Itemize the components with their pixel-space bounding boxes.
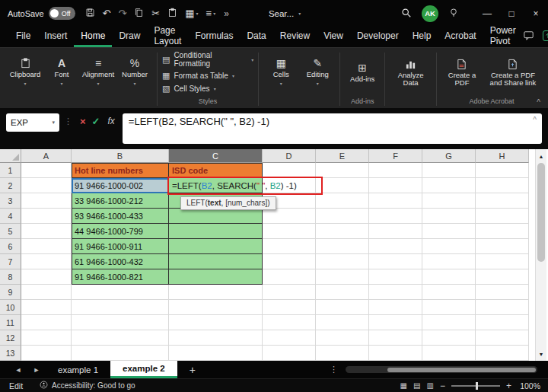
cell-E7[interactable] bbox=[316, 254, 369, 269]
sheet-tab-example-2[interactable]: example 2 bbox=[110, 361, 177, 378]
cell-B10[interactable] bbox=[72, 300, 169, 315]
horizontal-scrollbar[interactable] bbox=[346, 366, 537, 373]
cell-G7[interactable] bbox=[422, 254, 476, 269]
cell-G4[interactable] bbox=[422, 209, 476, 224]
cell-E12[interactable] bbox=[316, 330, 369, 346]
cell-A4[interactable] bbox=[21, 209, 72, 224]
menu-tab-home[interactable]: Home bbox=[74, 27, 112, 47]
cancel-button[interactable]: × bbox=[77, 116, 89, 127]
row-header-11[interactable]: 11 bbox=[0, 315, 21, 330]
cell-D6[interactable] bbox=[263, 239, 316, 254]
normal-view-button[interactable]: ▦ bbox=[400, 381, 407, 390]
c2-formula-text[interactable]: =LEFT(B2, SEARCH(" ", B2) -1) bbox=[169, 178, 297, 193]
row-header-10[interactable]: 10 bbox=[0, 300, 21, 315]
cell-B3[interactable]: 33 9466-1000-212 bbox=[72, 193, 169, 209]
zoom-level[interactable]: 100% bbox=[518, 381, 540, 390]
conditional-formatting-button[interactable]: ▤ Conditional Formatting ▾ bbox=[162, 51, 253, 68]
column-header-G[interactable]: G bbox=[422, 149, 476, 163]
cell-A1[interactable] bbox=[21, 163, 72, 178]
cell-E8[interactable] bbox=[316, 269, 369, 285]
cell-F9[interactable] bbox=[369, 285, 422, 300]
formula-input[interactable]: =LEFT(B2, SEARCH(" ", B2) -1) ^ bbox=[123, 113, 542, 144]
cell-H1[interactable] bbox=[476, 163, 529, 178]
row-header-7[interactable]: 7 bbox=[0, 254, 21, 269]
list-quick-button[interactable]: ≡▾ bbox=[202, 0, 220, 27]
sheet-tab-example-1[interactable]: example 1 bbox=[46, 361, 110, 378]
cell-G11[interactable] bbox=[422, 315, 476, 330]
select-all-corner[interactable] bbox=[0, 149, 21, 163]
menu-tab-acrobat[interactable]: Acrobat bbox=[438, 27, 483, 47]
comments-icon[interactable] bbox=[523, 30, 534, 44]
accessibility-status[interactable]: Accessibility: Good to go bbox=[40, 381, 135, 390]
cell-C10[interactable] bbox=[169, 300, 263, 315]
menu-tab-draw[interactable]: Draw bbox=[112, 27, 147, 47]
cell-H6[interactable] bbox=[476, 239, 529, 254]
menu-tab-view[interactable]: View bbox=[317, 27, 350, 47]
cell-H12[interactable] bbox=[476, 330, 529, 346]
cell-D1[interactable] bbox=[263, 163, 316, 178]
cell-H3[interactable] bbox=[476, 193, 529, 209]
cell-F2[interactable] bbox=[369, 178, 422, 193]
formulabar-collapse-icon[interactable]: ^ bbox=[533, 116, 537, 124]
zoom-in-button[interactable]: + bbox=[506, 381, 511, 391]
cell-C5[interactable] bbox=[169, 224, 263, 239]
cell-E6[interactable] bbox=[316, 239, 369, 254]
quick-access-overflow[interactable]: » bbox=[219, 8, 234, 19]
new-sheet-button[interactable]: + bbox=[190, 361, 196, 378]
search-icon[interactable] bbox=[401, 8, 412, 20]
cell-G12[interactable] bbox=[422, 330, 476, 346]
cell-B8[interactable]: 91 9466-1000-821 bbox=[72, 269, 169, 285]
enter-button[interactable]: ✓ bbox=[89, 116, 104, 127]
sheet-nav-right-icon[interactable]: ► bbox=[27, 361, 46, 378]
zoom-out-button[interactable]: − bbox=[440, 381, 445, 391]
cut-button[interactable]: ✂ bbox=[148, 0, 164, 27]
cell-C13[interactable] bbox=[169, 346, 263, 361]
copy-button[interactable] bbox=[130, 0, 148, 27]
undo-button[interactable]: ↶ bbox=[99, 0, 115, 27]
menu-tab-developer[interactable]: Developer bbox=[350, 27, 406, 47]
cell-F6[interactable] bbox=[369, 239, 422, 254]
zoom-slider-thumb[interactable] bbox=[476, 382, 478, 390]
cell-E5[interactable] bbox=[316, 224, 369, 239]
paste-button[interactable] bbox=[164, 0, 181, 27]
number-group-button[interactable]: % Number ▾ bbox=[117, 49, 152, 95]
page-break-view-button[interactable]: ▥ bbox=[427, 381, 434, 390]
cell-A2[interactable] bbox=[21, 178, 72, 193]
cell-G2[interactable] bbox=[422, 178, 476, 193]
close-button[interactable]: × bbox=[524, 0, 548, 27]
cell-H2[interactable] bbox=[476, 178, 529, 193]
avatar[interactable]: AK bbox=[422, 5, 438, 22]
cell-H11[interactable] bbox=[476, 315, 529, 330]
insert-function-button[interactable]: fx bbox=[104, 116, 119, 126]
scroll-down-icon[interactable]: ▼ bbox=[536, 349, 546, 359]
cell-C12[interactable] bbox=[169, 330, 263, 346]
format-as-table-button[interactable]: ▦ Format as Table ▾ bbox=[162, 71, 253, 81]
cell-D12[interactable] bbox=[263, 330, 316, 346]
alignment-group-button[interactable]: ≡ Alignment ▾ bbox=[81, 49, 116, 95]
menu-tab-file[interactable]: File bbox=[9, 27, 37, 47]
cell-D10[interactable] bbox=[263, 300, 316, 315]
column-header-E[interactable]: E bbox=[316, 149, 369, 163]
cell-F5[interactable] bbox=[369, 224, 422, 239]
cell-B13[interactable] bbox=[72, 346, 169, 361]
cell-G13[interactable] bbox=[422, 346, 476, 361]
menu-tab-power-pivot[interactable]: Power Pivot bbox=[483, 27, 523, 47]
row-header-6[interactable]: 6 bbox=[0, 239, 21, 254]
vertical-scrollbar[interactable]: ▲ ▼ bbox=[535, 149, 546, 361]
hscroll-thumb[interactable] bbox=[387, 368, 536, 372]
cell-B6[interactable]: 91 9466-1000-911 bbox=[72, 239, 169, 254]
cell-E1[interactable] bbox=[316, 163, 369, 178]
row-header-12[interactable]: 12 bbox=[0, 330, 21, 346]
menu-tab-data[interactable]: Data bbox=[240, 27, 272, 47]
cell-F1[interactable] bbox=[369, 163, 422, 178]
cell-B4[interactable]: 93 9466-1000-433 bbox=[72, 209, 169, 224]
cell-C4[interactable] bbox=[169, 209, 263, 224]
column-header-C[interactable]: C bbox=[169, 149, 263, 163]
cell-C8[interactable] bbox=[169, 269, 263, 285]
cell-C9[interactable] bbox=[169, 285, 263, 300]
cell-G5[interactable] bbox=[422, 224, 476, 239]
column-header-D[interactable]: D bbox=[263, 149, 316, 163]
cell-B2[interactable]: 91 9466-1000-002 bbox=[72, 178, 169, 193]
menu-tab-page-layout[interactable]: Page Layout bbox=[147, 27, 188, 47]
cell-E4[interactable] bbox=[316, 209, 369, 224]
